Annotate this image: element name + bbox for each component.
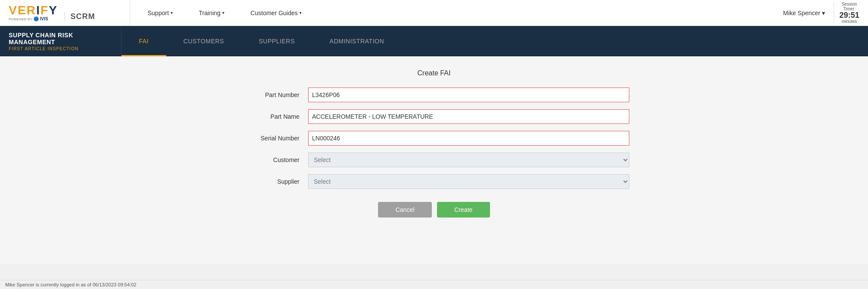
nav-item-customers[interactable]: CUSTOMERS [166, 26, 242, 56]
user-menu[interactable]: Mike Spencer ▾ [783, 10, 825, 16]
sub-navigation: SUPPLY CHAIN RISK MANAGEMENT FIRST ARTIC… [0, 26, 868, 56]
supplier-select[interactable]: Select [308, 174, 629, 189]
powered-by-text: POWERED BY [9, 17, 32, 22]
nav-links: Support Training Customer Guides [130, 10, 783, 16]
customer-select[interactable]: Select [308, 153, 629, 167]
session-unit: minutes [839, 19, 859, 24]
form-title: Create FAI [239, 69, 629, 77]
supplier-row: Supplier Select [239, 174, 629, 189]
part-number-label: Part Number [239, 91, 308, 98]
ivis-text: 🔵 IVIS [33, 16, 48, 21]
support-menu[interactable]: Support [148, 10, 173, 16]
customer-row: Customer Select [239, 153, 629, 167]
part-name-row: Part Name [239, 109, 629, 124]
verify-logo: VERIFY POWERED BY 🔵 IVIS SCRM [9, 4, 95, 22]
user-name: Mike Spencer [783, 10, 820, 16]
customer-guides-menu[interactable]: Customer Guides [250, 10, 302, 16]
training-menu[interactable]: Training [199, 10, 224, 16]
nav-item-fai[interactable]: FAI [122, 26, 166, 56]
footer: Mike Spencer is currently logged in as o… [0, 280, 868, 289]
create-button[interactable]: Create [437, 202, 490, 218]
verify-text: VERIFY [9, 4, 58, 16]
top-navigation: VERIFY POWERED BY 🔵 IVIS SCRM Support Tr… [0, 0, 868, 26]
serial-number-row: Serial Number [239, 131, 629, 146]
nav-item-suppliers[interactable]: SUPPLIERS [241, 26, 312, 56]
part-name-input[interactable] [308, 109, 629, 124]
serial-number-label: Serial Number [239, 135, 308, 142]
chevron-down-icon: ▾ [822, 10, 825, 16]
scrm-label: SCRM [65, 12, 95, 21]
part-number-input[interactable] [308, 88, 629, 102]
cancel-button[interactable]: Cancel [378, 202, 432, 218]
logo-area: VERIFY POWERED BY 🔵 IVIS SCRM [9, 0, 130, 26]
part-name-label: Part Name [239, 113, 308, 120]
part-number-row: Part Number [239, 88, 629, 102]
customer-label: Customer [239, 156, 308, 163]
footer-status: Mike Spencer is currently logged in as o… [5, 282, 136, 287]
session-time: 29:51 [839, 11, 859, 19]
session-label: Session [839, 2, 859, 6]
sub-nav-title: SUPPLY CHAIN RISK MANAGEMENT [9, 32, 112, 45]
nav-right: Mike Spencer ▾ Session Timer: 29:51 minu… [783, 2, 859, 24]
supplier-label: Supplier [239, 178, 308, 185]
session-timer: Session Timer: 29:51 minutes [834, 2, 859, 24]
sub-nav-subtitle: FIRST ARTICLE INSPECTION [9, 46, 112, 51]
form-actions: Cancel Create [239, 202, 629, 218]
sub-nav-brand: SUPPLY CHAIN RISK MANAGEMENT FIRST ARTIC… [0, 26, 122, 56]
serial-number-input[interactable] [308, 131, 629, 146]
sub-nav-items: FAI CUSTOMERS SUPPLIERS ADMINISTRATION [122, 26, 868, 56]
nav-item-administration[interactable]: ADMINISTRATION [312, 26, 401, 56]
create-fai-form: Create FAI Part Number Part Name Serial … [239, 69, 629, 218]
main-content: Create FAI Part Number Part Name Serial … [0, 56, 868, 264]
